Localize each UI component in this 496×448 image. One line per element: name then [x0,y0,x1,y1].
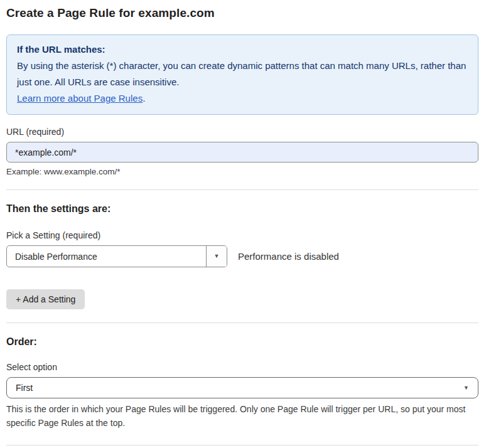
order-dropdown[interactable]: First ▼ [6,377,478,398]
setting-dropdown[interactable]: Disable Performance ▼ [6,245,227,267]
order-dropdown-value: First [16,383,33,393]
divider [6,189,478,190]
add-setting-button[interactable]: + Add a Setting [6,289,85,309]
page-title: Create a Page Rule for example.com [6,6,478,20]
info-box-body: By using the asterisk (*) character, you… [17,58,468,90]
divider [6,323,478,323]
url-example-text: Example: www.example.com/* [6,167,478,176]
link-suffix: . [143,93,145,104]
url-input[interactable] [6,142,478,163]
info-box-heading: If the URL matches: [17,41,468,58]
order-select-label: Select option [6,362,478,372]
info-box-link-line: Learn more about Page Rules. [17,90,468,107]
setting-row: Disable Performance ▼ Performance is dis… [6,245,478,267]
settings-section-heading: Then the settings are: [6,203,478,215]
divider [6,445,478,445]
chevron-down-icon: ▼ [463,385,469,391]
url-match-info-box: If the URL matches: By using the asteris… [6,35,478,115]
url-field-label: URL (required) [6,127,478,137]
setting-picker-label: Pick a Setting (required) [6,230,478,240]
setting-dropdown-arrow-button[interactable]: ▼ [206,246,227,267]
order-help-text: This is the order in which your Page Rul… [6,402,478,430]
order-section-heading: Order: [6,336,478,348]
setting-dropdown-value: Disable Performance [7,246,206,267]
learn-more-link[interactable]: Learn more about Page Rules [17,93,143,104]
page-rule-form: Create a Page Rule for example.com If th… [6,0,478,448]
setting-status-text: Performance is disabled [238,251,339,262]
chevron-down-icon: ▼ [214,253,220,259]
